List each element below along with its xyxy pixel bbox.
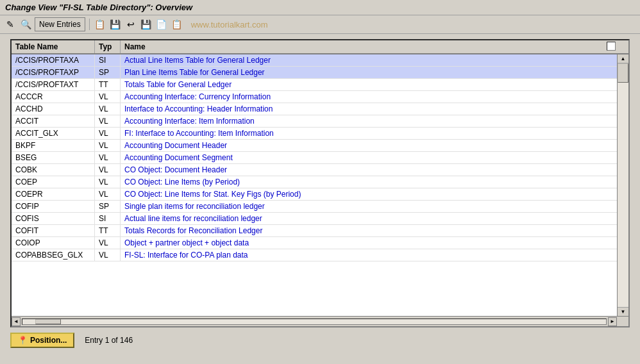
copy-icon[interactable]: 📋: [94, 18, 106, 31]
cell-typ: VL: [95, 237, 121, 249]
cell-name[interactable]: FI: Interface to Accounting: Item Inform…: [121, 128, 628, 139]
select-all-checkbox[interactable]: [607, 42, 616, 51]
table-row[interactable]: COFIPSPSingle plan items for reconciliat…: [12, 201, 628, 213]
cell-typ: VL: [95, 152, 121, 163]
hscroll-track: [22, 318, 607, 325]
new-entries-button[interactable]: New Entries: [35, 17, 85, 31]
table-row[interactable]: /CCIS/PROFTAXASIActual Line Items Table …: [12, 54, 628, 67]
hscroll-thumb[interactable]: [35, 319, 61, 324]
cell-table-name: ACCHD: [12, 103, 95, 115]
new-entries-label: New Entries: [39, 20, 81, 29]
cell-typ: TT: [95, 79, 121, 90]
cell-typ: SP: [95, 201, 121, 212]
cell-table-name: ACCIT_GLX: [12, 128, 95, 139]
cell-table-name: /CCIS/PROFTAXA: [12, 54, 95, 66]
entry-info: Entry 1 of 146: [85, 336, 133, 345]
cell-typ: VL: [95, 91, 121, 103]
table-row[interactable]: ACCITVLAccounting Interface: Item Inform…: [12, 115, 628, 128]
page-title: Change View "FI-SL Table Directory": Ove…: [5, 3, 192, 12]
position-label: Position...: [30, 336, 67, 345]
edit-icon[interactable]: ✎: [4, 18, 17, 31]
cell-name[interactable]: Accounting Document Header: [121, 140, 628, 151]
save2-icon[interactable]: 💾: [140, 18, 153, 31]
col-header-table-name: Table Name: [12, 40, 95, 53]
cell-table-name: COEP: [12, 176, 95, 188]
cell-name[interactable]: Totals Records for Reconciliation Ledger: [121, 225, 628, 236]
horizontal-scrollbar[interactable]: ◄ ►: [12, 316, 628, 326]
cell-typ: VL: [95, 103, 121, 115]
table-row[interactable]: COFITTTTotals Records for Reconciliation…: [12, 225, 628, 237]
cell-typ: VL: [95, 249, 121, 261]
cell-table-name: COBK: [12, 164, 95, 176]
scroll-left-button[interactable]: ◄: [12, 317, 21, 326]
cell-name[interactable]: Object + partner object + object data: [121, 237, 628, 249]
cell-table-name: ACCCR: [12, 91, 95, 103]
col-header-typ: Typ: [95, 40, 121, 53]
cell-typ: VL: [95, 188, 121, 200]
cell-table-name: COIOP: [12, 237, 95, 249]
scroll-thumb[interactable]: [618, 63, 628, 83]
table-row[interactable]: ACCHDVLInterface to Accounting: Header I…: [12, 103, 628, 115]
cell-name[interactable]: Plan Line Items Table for General Ledger: [121, 67, 628, 78]
save-icon[interactable]: 💾: [109, 18, 122, 31]
cell-table-name: /CCIS/PROFTAXT: [12, 79, 95, 90]
vertical-scrollbar[interactable]: ▲ ▼: [617, 54, 628, 316]
undo-icon[interactable]: ↩: [124, 18, 137, 31]
cell-table-name: BSEG: [12, 152, 95, 163]
main-content: Table Name Typ Name ▲ ▼ /CCIS/PROFTAXASI…: [0, 34, 640, 358]
cell-name[interactable]: Single plan items for reconciliation led…: [121, 201, 628, 212]
cell-name[interactable]: CO Object: Line Items (by Period): [121, 176, 628, 188]
cell-typ: SP: [95, 67, 121, 78]
find-icon[interactable]: 🔍: [19, 18, 32, 31]
clip-icon[interactable]: 📋: [171, 18, 183, 31]
bottom-bar: 📍 Position... Entry 1 of 146: [10, 327, 630, 353]
table-row[interactable]: COEPRVLCO Object: Line Items for Stat. K…: [12, 188, 628, 201]
cell-table-name: COFIP: [12, 201, 95, 212]
table-header: Table Name Typ Name: [12, 40, 628, 54]
cell-name[interactable]: Accounting Document Segment: [121, 152, 628, 163]
table-row[interactable]: COFISSIActual line items for reconciliat…: [12, 213, 628, 225]
table-row[interactable]: BKPFVLAccounting Document Header: [12, 140, 628, 152]
cell-typ: TT: [95, 225, 121, 236]
table-row[interactable]: ACCIT_GLXVLFI: Interface to Accounting: …: [12, 128, 628, 140]
table-row[interactable]: COBKVLCO Object: Document Header: [12, 164, 628, 176]
cell-table-name: COEPR: [12, 188, 95, 200]
scroll-up-button[interactable]: ▲: [618, 54, 628, 63]
cell-table-name: BKPF: [12, 140, 95, 151]
cell-typ: VL: [95, 176, 121, 188]
position-button[interactable]: 📍 Position...: [10, 333, 74, 348]
table-row[interactable]: COIOPVLObject + partner object + object …: [12, 237, 628, 249]
scroll-track: [618, 63, 628, 307]
title-bar: Change View "FI-SL Table Directory": Ove…: [0, 0, 640, 15]
cell-name[interactable]: Interface to Accounting: Header Informat…: [121, 103, 628, 115]
scroll-right-button[interactable]: ►: [608, 317, 617, 326]
watermark: www.tutorialkart.com: [191, 20, 268, 29]
cell-table-name: /CCIS/PROFTAXP: [12, 67, 95, 78]
cell-typ: VL: [95, 128, 121, 139]
cell-typ: SI: [95, 213, 121, 224]
scroll-down-button[interactable]: ▼: [618, 307, 628, 316]
table-row[interactable]: COPABBSEG_GLXVLFI-SL: Interface for CO-P…: [12, 249, 628, 261]
doc-icon[interactable]: 📄: [155, 18, 168, 31]
cell-name[interactable]: FI-SL: Interface for CO-PA plan data: [121, 249, 628, 261]
cell-name[interactable]: Actual line items for reconciliation led…: [121, 213, 628, 224]
table-row[interactable]: /CCIS/PROFTAXPSPPlan Line Items Table fo…: [12, 67, 628, 79]
cell-table-name: COPABBSEG_GLX: [12, 249, 95, 261]
cell-table-name: COFIS: [12, 213, 95, 224]
cell-name[interactable]: CO Object: Document Header: [121, 164, 628, 176]
cell-name[interactable]: Accounting Interface: Currency Informati…: [121, 91, 628, 103]
cell-typ: VL: [95, 140, 121, 151]
cell-typ: SI: [95, 54, 121, 66]
table-row[interactable]: COEPVLCO Object: Line Items (by Period): [12, 176, 628, 188]
table-row[interactable]: BSEGVLAccounting Document Segment: [12, 152, 628, 164]
table-row[interactable]: /CCIS/PROFTAXTTTTotals Table for General…: [12, 79, 628, 91]
cell-name[interactable]: Totals Table for General Ledger: [121, 79, 628, 90]
toolbar: ✎ 🔍 New Entries 📋 💾 ↩ 💾 📄 📋 www.tutorial…: [0, 15, 640, 34]
table-row[interactable]: ACCCRVLAccounting Interface: Currency In…: [12, 91, 628, 103]
table-body: /CCIS/PROFTAXASIActual Line Items Table …: [12, 54, 628, 316]
cell-name[interactable]: Actual Line Items Table for General Ledg…: [121, 54, 628, 66]
table-container: Table Name Typ Name ▲ ▼ /CCIS/PROFTAXASI…: [10, 39, 630, 327]
position-icon: 📍: [18, 336, 28, 345]
cell-name[interactable]: Accounting Interface: Item Information: [121, 115, 628, 127]
cell-name[interactable]: CO Object: Line Items for Stat. Key Figs…: [121, 188, 628, 200]
